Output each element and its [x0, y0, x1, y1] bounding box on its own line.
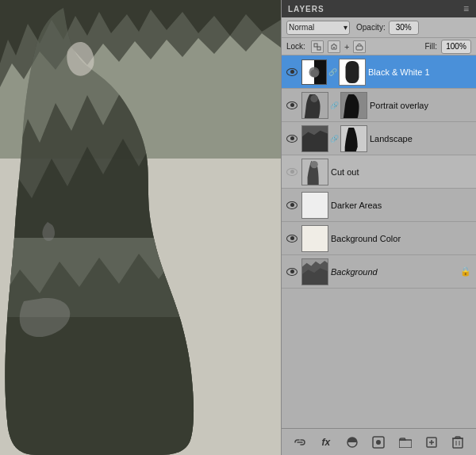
fx-label: fx [322, 437, 331, 448]
layers-list[interactable]: 🔗 Black & White 1 [282, 55, 476, 428]
eye-icon [286, 168, 298, 176]
eye-icon [286, 201, 298, 209]
layer-name: Background Color [331, 234, 473, 243]
layer-item[interactable]: 🔗 Landscape [282, 122, 476, 155]
new-mask-btn[interactable] [369, 434, 388, 451]
layer-thumbnail [301, 92, 328, 119]
eye-icon [286, 235, 298, 243]
svg-point-28 [376, 440, 381, 445]
layer-thumbnails [301, 192, 328, 219]
svg-rect-9 [314, 60, 326, 84]
layer-thumbnail [301, 125, 328, 152]
new-layer-btn[interactable] [422, 434, 441, 451]
panel-title: LAYERS [288, 5, 324, 13]
panel-header: LAYERS ≡ [282, 0, 476, 17]
layer-fx-btn[interactable]: fx [317, 434, 336, 451]
svg-point-14 [310, 94, 317, 101]
lock-all-btn[interactable] [353, 40, 366, 53]
svg-rect-29 [399, 440, 412, 448]
panel-menu-icon[interactable]: ≡ [463, 3, 470, 14]
new-adjustment-btn[interactable] [343, 434, 362, 451]
layer-item[interactable]: 🔗 Black & White 1 [282, 55, 476, 89]
layer-thumbnails: 🔗 [301, 92, 367, 119]
panel-footer: fx [282, 428, 476, 455]
svg-rect-5 [317, 47, 321, 50]
layer-item[interactable]: Darker Areas [282, 189, 476, 222]
eye-visibility-btn[interactable] [285, 165, 299, 179]
layer-thumbnails [301, 159, 328, 185]
layer-thumbnail [301, 258, 328, 285]
layer-mask-thumbnail [339, 59, 366, 86]
opacity-label: Opacity: [356, 23, 386, 32]
layer-name: Background [331, 267, 458, 277]
eye-visibility-btn[interactable] [285, 231, 299, 246]
layer-thumbnail [301, 192, 328, 219]
lock-image-btn[interactable] [328, 40, 340, 53]
link-layers-btn[interactable] [290, 434, 309, 451]
lock-transparent-btn[interactable] [311, 40, 324, 53]
fill-label: Fill: [424, 42, 437, 51]
svg-rect-8 [302, 60, 314, 84]
layer-thumbnails [301, 225, 328, 252]
new-group-btn[interactable] [396, 434, 415, 451]
eye-icon [286, 268, 298, 276]
eye-icon [286, 135, 298, 143]
svg-point-10 [309, 67, 319, 77]
svg-rect-23 [302, 226, 328, 251]
layer-mask-thumbnail [340, 125, 367, 152]
chain-link-icon: 🔗 [330, 135, 339, 143]
lock-plus-icon[interactable]: + [344, 42, 349, 52]
layer-mask-thumbnail [340, 92, 367, 119]
svg-rect-7 [356, 46, 363, 50]
svg-rect-22 [302, 193, 328, 218]
blend-row: Normal ▾ Opacity: 30% [282, 17, 476, 38]
layer-lock-icon: 🔒 [460, 266, 471, 277]
eye-icon [286, 68, 298, 76]
layer-name: Darker Areas [331, 201, 473, 210]
layer-thumbnail [301, 159, 328, 185]
eye-visibility-btn[interactable] [285, 132, 299, 146]
layer-item[interactable]: Background Color [282, 222, 476, 255]
chain-link-icon: 🔗 [328, 68, 337, 76]
layer-thumbnail [301, 225, 328, 252]
eye-visibility-btn[interactable] [285, 98, 299, 113]
svg-rect-4 [314, 44, 317, 47]
eye-visibility-btn[interactable] [285, 65, 299, 79]
layer-name: Black & White 1 [368, 67, 473, 77]
lock-row: Lock: + Fill: 100% [282, 38, 476, 55]
fill-value[interactable]: 100% [441, 40, 471, 54]
photo-area [0, 0, 281, 455]
delete-layer-btn[interactable] [448, 434, 467, 451]
main-container: LAYERS ≡ Normal ▾ Opacity: 30% Lock: + [0, 0, 476, 455]
svg-rect-12 [346, 60, 359, 82]
svg-rect-35 [455, 437, 460, 438]
photo-svg [0, 0, 281, 455]
photo-background [0, 0, 281, 455]
layer-item[interactable]: Background 🔒 [282, 255, 476, 289]
opacity-value[interactable]: 30% [389, 21, 419, 35]
lock-label: Lock: [286, 42, 305, 51]
layer-thumbnails: 🔗 [301, 125, 367, 152]
chain-link-icon: 🔗 [330, 101, 339, 109]
svg-point-20 [310, 160, 317, 167]
layer-name: Landscape [370, 134, 473, 143]
svg-rect-33 [453, 438, 463, 448]
layer-item[interactable]: 🔗 Portrait overlay [282, 89, 476, 122]
layer-thumbnails: 🔗 [301, 59, 366, 86]
eye-visibility-btn[interactable] [285, 198, 299, 212]
layer-thumbnail-adjustment [301, 59, 327, 85]
blend-mode-select[interactable]: Normal ▾ [286, 21, 350, 35]
eye-visibility-btn[interactable] [285, 265, 299, 279]
eye-icon [286, 101, 298, 109]
layer-name: Cut out [331, 167, 473, 177]
layer-name: Portrait overlay [370, 101, 473, 110]
svg-point-6 [333, 47, 335, 48]
layers-panel: LAYERS ≡ Normal ▾ Opacity: 30% Lock: + [281, 0, 476, 455]
layer-thumbnails [301, 258, 328, 285]
layer-item[interactable]: Cut out [282, 155, 476, 189]
